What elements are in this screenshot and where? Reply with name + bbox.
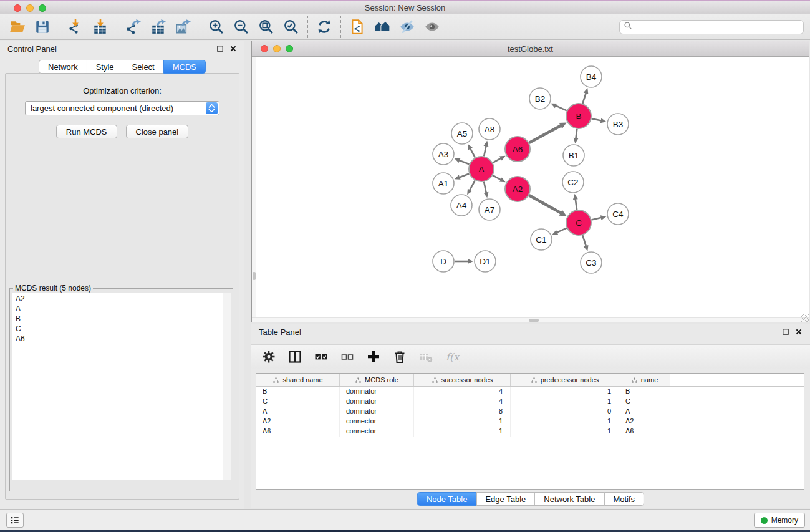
cell[interactable]: connector (340, 417, 414, 427)
table-row[interactable]: A2connector11A2 (256, 417, 804, 427)
edge-A-A5[interactable] (470, 148, 475, 158)
cell[interactable]: 1 (414, 417, 511, 427)
result-item[interactable]: B (16, 314, 227, 324)
cell[interactable]: 1 (414, 427, 511, 437)
edge-A2-C[interactable] (529, 195, 562, 213)
refresh-layout-button[interactable] (312, 16, 337, 38)
zoom-window-button[interactable] (39, 4, 46, 12)
node-C2[interactable]: C2 (562, 172, 584, 193)
criterion-select[interactable]: largest connected component (directed) (25, 101, 219, 115)
result-item[interactable]: A6 (16, 334, 227, 344)
run-mcds-button[interactable]: Run MCDS (56, 125, 117, 138)
network-canvas[interactable]: A5A8A3A1A4A7AA6A2BB2B4B3B1CC2C4C1C3DD1 (252, 57, 809, 317)
tab-mcds[interactable]: MCDS (163, 60, 206, 74)
edge-A-A8[interactable] (484, 145, 486, 156)
edge-A6-B[interactable] (529, 125, 562, 143)
edge-A-A2[interactable] (493, 175, 501, 180)
node-A1[interactable]: A1 (433, 173, 454, 194)
result-list-scrollbar[interactable] (223, 293, 231, 480)
cell[interactable]: 1 (511, 397, 619, 407)
node-C3[interactable]: C3 (581, 252, 602, 273)
cell[interactable]: C (256, 397, 340, 407)
search-box[interactable] (619, 20, 804, 34)
select-all-checkboxes-button[interactable] (314, 349, 329, 364)
column-header-shared-name[interactable]: shared name (256, 374, 340, 386)
cell[interactable]: A2 (256, 417, 340, 427)
node-D1[interactable]: D1 (475, 251, 496, 272)
table-row[interactable]: A6connector11A6 (256, 427, 804, 437)
tab-node-table[interactable]: Node Table (417, 492, 477, 506)
cell[interactable]: 1 (511, 387, 619, 397)
table-row[interactable]: Cdominator41C (256, 397, 804, 407)
edge-B-B4[interactable] (582, 92, 586, 104)
cell[interactable]: connector (340, 427, 414, 437)
node-C[interactable]: C (566, 210, 591, 235)
cell[interactable]: dominator (340, 387, 414, 397)
delete-column-trash-button[interactable] (392, 349, 407, 364)
edge-B-B2[interactable] (554, 105, 566, 111)
cell[interactable]: dominator (340, 407, 414, 417)
export-table-button[interactable] (146, 16, 171, 38)
add-column-plus-button[interactable] (366, 349, 381, 364)
cell[interactable]: C (619, 397, 670, 407)
node-A7[interactable]: A7 (479, 199, 500, 220)
deselect-all-checkboxes-button[interactable] (340, 349, 355, 364)
result-item[interactable]: C (16, 324, 227, 334)
cell[interactable]: 4 (414, 397, 511, 407)
cell[interactable]: 4 (414, 387, 511, 397)
column-header-MCDS-role[interactable]: MCDS role (340, 374, 414, 386)
close-window-button[interactable] (14, 4, 21, 12)
node-A2[interactable]: A2 (505, 177, 530, 201)
show-eye-button[interactable] (420, 16, 445, 38)
cell[interactable]: A (619, 407, 670, 417)
column-header-successor-nodes[interactable]: successor nodes (414, 374, 511, 386)
cell[interactable]: A (256, 407, 340, 417)
memory-button[interactable]: Memory (754, 513, 805, 528)
hide-glasses-button[interactable] (395, 16, 420, 38)
edge-C-C2[interactable] (576, 198, 577, 210)
column-header-predecessor-nodes[interactable]: predecessor nodes (511, 374, 619, 386)
result-item[interactable]: A (16, 304, 227, 314)
node-A5[interactable]: A5 (451, 123, 473, 144)
zoom-out-button[interactable] (229, 16, 254, 38)
zoom-fit-button[interactable] (254, 16, 279, 38)
main-titlebar[interactable]: Session: New Session (0, 1, 810, 14)
tab-network[interactable]: Network (39, 60, 87, 74)
import-network-button[interactable] (63, 16, 88, 38)
float-table-panel-icon[interactable] (782, 327, 789, 338)
cell[interactable]: A6 (619, 427, 670, 437)
export-network-button[interactable] (121, 16, 146, 38)
close-table-panel-icon[interactable] (795, 327, 803, 338)
node-A8[interactable]: A8 (479, 118, 500, 140)
window-resize-handle[interactable] (801, 314, 809, 322)
edge-A-A6[interactable] (493, 158, 501, 163)
node-B[interactable]: B (566, 104, 591, 128)
zoom-selected-button[interactable] (279, 16, 304, 38)
table-row[interactable]: Bdominator41B (256, 387, 804, 397)
node-B4[interactable]: B4 (581, 66, 602, 87)
search-input[interactable] (632, 22, 799, 31)
cell[interactable]: 8 (414, 407, 511, 417)
cell[interactable]: A2 (619, 417, 670, 427)
float-panel-icon[interactable] (216, 44, 224, 55)
result-item[interactable]: A2 (16, 294, 227, 304)
cell[interactable]: 1 (511, 427, 619, 437)
node-A4[interactable]: A4 (451, 195, 472, 216)
home-pages-button[interactable] (370, 16, 395, 38)
edge-B-B3[interactable] (592, 118, 602, 121)
edge-A-A4[interactable] (469, 180, 475, 191)
node-B1[interactable]: B1 (563, 145, 584, 166)
node-C4[interactable]: C4 (607, 203, 629, 225)
network-vertical-scrollbar[interactable] (252, 57, 256, 317)
tab-select[interactable]: Select (123, 60, 164, 74)
close-panel-icon[interactable] (229, 44, 237, 55)
network-minimize-button[interactable] (273, 45, 281, 52)
export-image-button[interactable] (171, 16, 196, 38)
minimize-window-button[interactable] (26, 4, 34, 12)
node-B2[interactable]: B2 (529, 88, 551, 109)
save-session-button[interactable] (30, 16, 55, 38)
network-horizontal-scrollbar[interactable] (252, 317, 809, 322)
node-C1[interactable]: C1 (531, 229, 552, 250)
edge-C-C3[interactable] (582, 235, 586, 247)
edge-A-A1[interactable] (458, 173, 469, 178)
